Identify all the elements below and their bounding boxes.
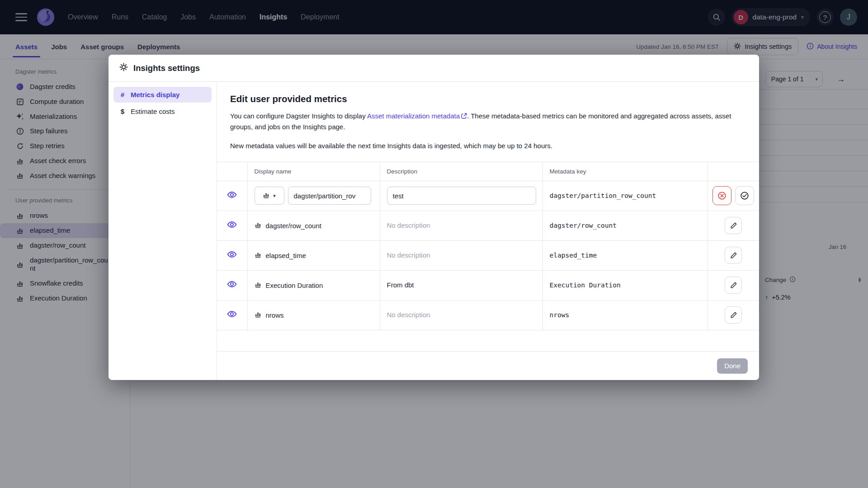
edit-row-button[interactable] <box>725 217 742 234</box>
done-button[interactable]: Done <box>717 358 748 374</box>
metadata-key: nrows <box>550 311 570 319</box>
table-row: nrows No description nrows <box>217 300 759 330</box>
external-link-icon <box>461 111 467 122</box>
dialog-nav-estimate-costs[interactable]: $ Estimate costs <box>113 103 212 119</box>
dialog-header: Insights settings <box>108 55 759 82</box>
edit-row-button[interactable] <box>725 247 742 264</box>
table-row: Execution Duration From dbt Execution Du… <box>217 270 759 300</box>
display-name: dagster/row_count <box>266 222 321 230</box>
visibility-eye-icon[interactable] <box>227 223 237 231</box>
description-input[interactable] <box>387 187 536 205</box>
bar-chart-icon <box>255 251 262 260</box>
display-name: Execution Duration <box>266 282 323 289</box>
col-metadata-key: Metadata key <box>542 162 708 181</box>
dialog-title: Insights settings <box>133 63 200 73</box>
bar-chart-icon <box>255 311 262 319</box>
bar-chart-icon <box>255 281 262 290</box>
metadata-key: dagster/row_count <box>550 222 617 229</box>
insights-settings-dialog: Insights settings # Metrics display $ Es… <box>108 55 759 380</box>
chart-type-dropdown[interactable]: ▾ <box>255 187 284 205</box>
bar-chart-icon <box>263 192 270 200</box>
description-empty: No description <box>387 311 430 319</box>
col-display-name: Display name <box>247 162 380 181</box>
dialog-nav-metrics-display[interactable]: # Metrics display <box>113 87 212 103</box>
display-name-input[interactable] <box>288 187 371 205</box>
app-root: Overview Runs Catalog Jobs Automation In… <box>0 0 868 488</box>
dollar-icon: $ <box>119 108 126 115</box>
hash-icon: # <box>119 91 126 99</box>
dialog-section-heading: Edit user provided metrics <box>230 94 745 104</box>
display-name: elapsed_time <box>266 252 306 259</box>
visibility-eye-icon[interactable] <box>227 193 237 201</box>
gear-icon <box>119 63 128 73</box>
dialog-note: New metadata values will be available th… <box>230 141 741 151</box>
metrics-table: Display name Description Metadata key <box>217 162 759 330</box>
display-name: nrows <box>266 311 284 319</box>
table-row: elapsed_time No description elapsed_time <box>217 240 759 270</box>
dialog-description: You can configure Dagster Insights to di… <box>230 111 741 132</box>
col-description: Description <box>380 162 542 181</box>
visibility-eye-icon[interactable] <box>227 313 237 320</box>
asset-materialization-metadata-link[interactable]: Asset materialization metadata <box>367 112 467 120</box>
edit-row-button[interactable] <box>725 277 742 294</box>
dialog-footer: Done <box>217 351 759 380</box>
bar-chart-icon <box>255 221 262 230</box>
chevron-down-icon: ▾ <box>273 193 276 199</box>
visibility-eye-icon[interactable] <box>227 253 237 261</box>
description-empty: No description <box>387 251 430 259</box>
description: From dbt <box>387 281 414 289</box>
metadata-key: elapsed_time <box>550 252 597 259</box>
description-empty: No description <box>387 221 430 229</box>
confirm-edit-button[interactable] <box>735 186 754 205</box>
cancel-edit-button[interactable] <box>712 186 731 205</box>
table-row: dagster/row_count No description dagster… <box>217 211 759 240</box>
visibility-eye-icon[interactable] <box>227 283 237 291</box>
metadata-key: dagster/partition_row_count <box>550 192 656 199</box>
metadata-key: Execution Duration <box>550 282 621 289</box>
edit-row-button[interactable] <box>725 306 742 324</box>
dialog-nav: # Metrics display $ Estimate costs <box>108 82 217 380</box>
table-header-row: Display name Description Metadata key <box>217 162 759 181</box>
table-row: ▾ dagster/partition_row_count <box>217 181 759 211</box>
